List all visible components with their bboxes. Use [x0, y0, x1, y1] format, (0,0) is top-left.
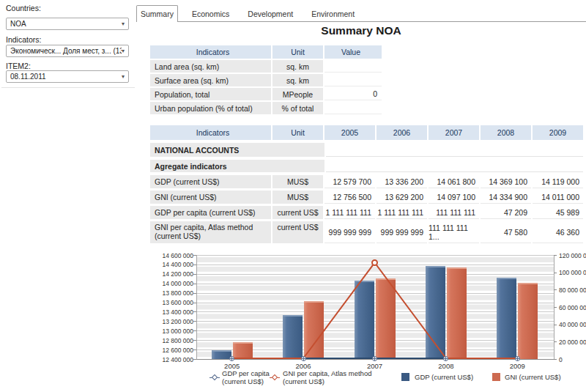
x-axis-label: 2009 [495, 362, 539, 370]
right-axis-tick [554, 289, 557, 290]
indicator-cell: GNI (current US$) [150, 191, 271, 204]
line-series-layer [196, 255, 553, 359]
national-accounts-table: IndicatorsUnit20052006200720082009NATION… [150, 125, 583, 245]
sidebar: Countries: NOA ▾ Indicators: Экономическ… [0, 0, 136, 392]
unit-cell: sq. km [272, 60, 323, 73]
column-header: Unit [272, 45, 323, 59]
sidebar-separator [1, 87, 135, 88]
section-row: Agregate indicators [150, 160, 583, 172]
right-axis-tick-label: 100 000 000 [559, 269, 586, 276]
right-axis-tick-label: 60 000 000 [559, 304, 586, 311]
left-axis-tick-label: 14 200 000 [149, 270, 193, 278]
column-header: Indicators [150, 125, 271, 140]
indicator-cell: GNI per capita, Atlas method (current US… [150, 221, 271, 243]
legend-label: GDP (current US$) [415, 373, 473, 381]
value-cell: 45 989 [533, 206, 583, 219]
section-label: Agregate indicators [150, 160, 324, 172]
value-cell: 1 111 111 111 [377, 206, 427, 219]
right-axis-tick [554, 307, 557, 308]
chevron-down-icon: ▾ [122, 74, 125, 80]
value-cell: 12 756 500 [324, 191, 375, 204]
legend-square-icon [401, 373, 409, 381]
left-axis-tick-label: 13 800 000 [149, 289, 193, 297]
item2-select-value: 08.11.2011 [10, 73, 46, 81]
tab-economics[interactable]: Economics [188, 5, 234, 22]
indicators-select[interactable]: Экономическ... Доля мест, з... (1374) ▾ [6, 45, 129, 57]
value-cell: 14 097 100 [429, 191, 479, 204]
chevron-down-icon: ▾ [122, 21, 125, 27]
column-header: 2005 [324, 125, 375, 140]
item2-select[interactable]: 08.11.2011 ▾ [6, 70, 129, 83]
indicators-label: Indicators: [6, 35, 41, 44]
right-axis-tick [554, 273, 557, 273]
right-axis-tick-label: 20 000 000 [559, 339, 586, 346]
right-axis-tick-label: 80 000 000 [559, 286, 586, 294]
table-row: Population, totalMPeople0 [150, 88, 382, 100]
value-cell: 14 369 100 [481, 175, 531, 188]
column-header: 2006 [377, 125, 427, 140]
right-axis-tick [554, 255, 557, 256]
indicators-select-value: Экономическ... Доля мест, з... (1374) [10, 47, 122, 55]
value-cell: 111 111 111 1... [429, 221, 479, 243]
gdp-per-capita-marker [372, 356, 377, 361]
summary-chart: 14 600 00014 400 00014 200 00014 000 000… [146, 253, 586, 392]
value-cell: 46 360 [533, 221, 583, 243]
right-axis-tick [554, 359, 557, 360]
legend-label: GNI per capita, Atlas method(current US$… [283, 369, 371, 385]
gdp-per-capita-marker [301, 356, 306, 361]
countries-select[interactable]: NOA ▾ [6, 18, 129, 30]
column-header: 2009 [533, 125, 583, 140]
value-cell: 14 119 000 [533, 175, 583, 188]
table-row: GDP per capita (current US$)current US$1… [150, 206, 583, 219]
indicator-cell: Surface area (sq. km) [150, 74, 271, 86]
legend-label: GDP per capita(current US$) [222, 369, 270, 385]
legend-diamond-icon [272, 374, 278, 380]
value-cell: 14 011 000 [533, 191, 583, 204]
right-axis-tick-label: 120 000 000 [559, 252, 586, 259]
table-row: GNI (current US$)MUS$12 756 50013 629 20… [150, 191, 583, 204]
left-axis-tick-label: 14 400 000 [149, 261, 193, 268]
section-label: NATIONAL ACCOUNTS [150, 143, 324, 157]
table-row: GNI per capita, Atlas method (current US… [150, 221, 583, 243]
legend-square-icon [492, 373, 500, 381]
unit-cell: sq. km [272, 74, 323, 86]
right-axis-tick-label: 0 [559, 356, 563, 363]
table-row: Urban population (% of total)% of total [150, 102, 382, 114]
tab-environment[interactable]: Environment [307, 5, 359, 22]
value-cell: 47 580 [481, 221, 531, 243]
right-axis-tick [554, 325, 557, 325]
legend-label: GNI (current US$) [505, 373, 561, 381]
value-cell: 999 999 999 [377, 221, 427, 243]
left-axis-tick-label: 12 600 000 [149, 347, 193, 354]
legend-diamond-icon [212, 374, 218, 380]
gni-per-capita-peak-marker [371, 259, 378, 266]
unit-cell: MUS$ [272, 191, 323, 204]
table-row: Surface area (sq. km)sq. km [150, 74, 382, 86]
value-cell: 111 111 111 [429, 206, 479, 219]
left-axis-tick-label: 14 000 000 [149, 280, 193, 287]
value-cell: 999 999 999 [324, 221, 375, 243]
section-year-space [326, 143, 583, 157]
countries-select-value: NOA [10, 20, 26, 28]
tab-summary[interactable]: Summary [136, 5, 178, 22]
left-axis-tick-label: 12 400 000 [149, 356, 193, 363]
table-row: Land area (sq. km)sq. km [150, 60, 382, 73]
tab-development[interactable]: Development [243, 5, 297, 22]
table-header-row: IndicatorsUnitValue [150, 45, 382, 59]
unit-cell: current US$ [272, 221, 323, 243]
app-window: Countries: NOA ▾ Indicators: Экономическ… [0, 0, 586, 392]
value-cell: 14 334 900 [481, 191, 531, 204]
table-header-row: IndicatorsUnit20052006200720082009 [150, 125, 583, 140]
column-header: Unit [272, 125, 323, 140]
unit-cell: current US$ [272, 206, 323, 219]
item2-label: ITEM2: [6, 62, 31, 70]
unit-cell: MPeople [272, 88, 323, 100]
value-cell: 12 579 700 [324, 175, 375, 188]
left-axis-tick-label: 13 400 000 [149, 308, 193, 316]
column-header: Indicators [150, 45, 271, 59]
value-cell [324, 60, 382, 73]
x-axis-label: 2008 [424, 362, 468, 370]
value-cell: 47 209 [481, 206, 531, 219]
gdp-per-capita-marker [443, 356, 448, 361]
indicator-cell: GDP (current US$) [150, 175, 271, 188]
